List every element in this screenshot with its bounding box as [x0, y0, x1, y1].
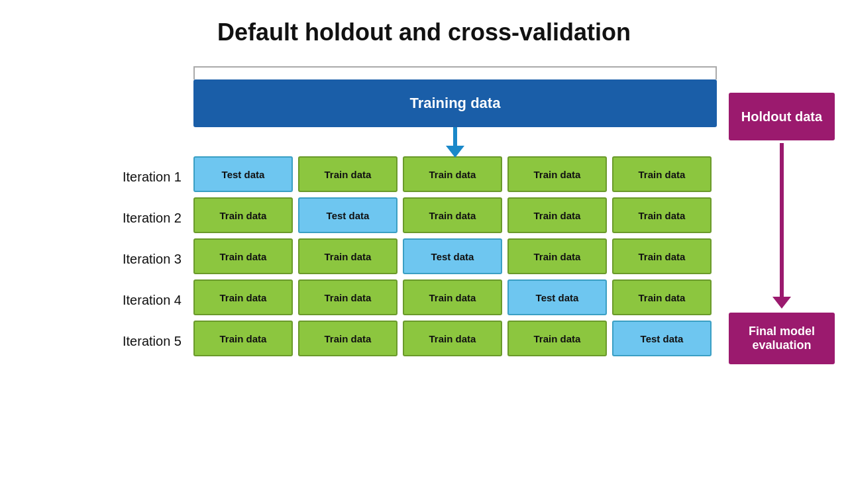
bracket-top: [193, 66, 717, 79]
purple-shaft: [780, 143, 784, 297]
cell-r4-c1: Train data: [193, 279, 293, 315]
cell-r2-c2: Test data: [298, 197, 398, 233]
grid-row-1: Test dataTrain dataTrain dataTrain dataT…: [193, 156, 717, 192]
iteration-label-2: Iteration 2: [123, 200, 182, 236]
left-panel: Training data Test dataTrain dataTrain d…: [193, 66, 717, 364]
arrow-shaft: [453, 127, 457, 146]
cell-r1-c5: Train data: [612, 156, 712, 192]
cell-r4-c5: Train data: [612, 279, 712, 315]
cell-r1-c2: Train data: [298, 156, 398, 192]
cell-r2-c5: Train data: [612, 197, 712, 233]
cell-r1-c1: Test data: [193, 156, 293, 192]
iteration-label-5: Iteration 5: [123, 323, 182, 359]
holdout-wrapper: Holdout data Final model evaluation: [729, 79, 835, 364]
holdout-bar: Holdout data: [729, 93, 835, 140]
cell-r5-c4: Train data: [507, 321, 607, 356]
cell-r5-c2: Train data: [298, 321, 398, 356]
iteration-label-1: Iteration 1: [123, 159, 182, 195]
grid-row-3: Train dataTrain dataTest dataTrain dataT…: [193, 238, 717, 274]
grid-row-4: Train dataTrain dataTrain dataTest dataT…: [193, 279, 717, 315]
cell-r4-c3: Train data: [403, 279, 502, 315]
cell-r2-c3: Train data: [403, 197, 502, 233]
cell-r3-c1: Train data: [193, 238, 293, 274]
cell-r5-c5: Test data: [612, 321, 712, 356]
diagram-area: Training data Test dataTrain dataTrain d…: [193, 66, 835, 364]
grid-row-5: Train dataTrain dataTrain dataTrain data…: [193, 321, 717, 356]
cell-r5-c1: Train data: [193, 321, 293, 356]
cell-r5-c3: Train data: [403, 321, 502, 356]
grid-row-2: Train dataTest dataTrain dataTrain dataT…: [193, 197, 717, 233]
iteration-label-4: Iteration 4: [123, 282, 182, 318]
cell-r2-c4: Train data: [507, 197, 607, 233]
page-title: Default holdout and cross-validation: [0, 0, 848, 53]
grid-rows: Test dataTrain dataTrain dataTrain dataT…: [193, 156, 717, 356]
cell-r1-c4: Train data: [507, 156, 607, 192]
cell-r2-c1: Train data: [193, 197, 293, 233]
cell-r4-c4: Test data: [507, 279, 607, 315]
labels-column: Iteration 1Iteration 2Iteration 3Iterati…: [123, 159, 182, 364]
cell-r1-c3: Train data: [403, 156, 502, 192]
final-model-box: Final model evaluation: [729, 313, 835, 364]
purple-arrow-area: [772, 140, 791, 309]
blue-arrow: [446, 127, 464, 158]
cell-r3-c2: Train data: [298, 238, 398, 274]
cell-r3-c5: Train data: [612, 238, 712, 274]
cell-r4-c2: Train data: [298, 279, 398, 315]
cell-r3-c3: Test data: [403, 238, 502, 274]
arrow-head: [446, 146, 464, 158]
training-bar: Training data: [193, 79, 717, 127]
arrow-down-container: [193, 127, 717, 156]
purple-arrowhead: [772, 297, 791, 309]
iteration-label-3: Iteration 3: [123, 241, 182, 277]
cell-r3-c4: Train data: [507, 238, 607, 274]
